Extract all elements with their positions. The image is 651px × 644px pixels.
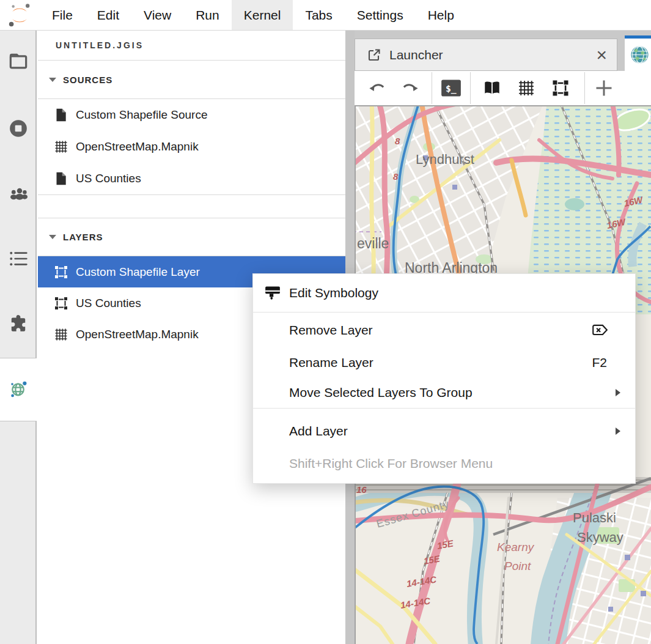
document-title: UNTITLED.JGIS [38, 31, 345, 61]
new-plus-icon[interactable] [595, 79, 613, 97]
main-menubar: File Edit View Run Kernel Tabs Settings … [0, 0, 651, 31]
sources-list: Custom Shapefile Source OpenStreetMap.Ma… [38, 99, 345, 194]
menu-item-edit-symbology[interactable]: Edit Symbology [253, 274, 635, 312]
extensions-puzzle-icon[interactable] [9, 314, 28, 333]
menu-view[interactable]: View [131, 0, 183, 30]
toolbar-separator [584, 72, 585, 104]
running-kernels-icon[interactable] [9, 119, 28, 138]
map-label: Lyndhurst [416, 152, 474, 167]
add-raster-layer-icon[interactable] [517, 79, 535, 97]
map-label: Skyway [577, 530, 623, 545]
menu-item-label: Edit Symbology [289, 286, 378, 300]
jgis-toolbar: $_ [355, 71, 651, 105]
jupytergis-logo-icon [630, 45, 649, 64]
map-label: Pulaski [573, 510, 616, 525]
vector-polygon-icon [54, 296, 68, 311]
jupyterlab-window: File Edit View Run Kernel Tabs Settings … [0, 0, 651, 644]
file-icon [54, 171, 68, 186]
source-item-label: US Counties [76, 172, 141, 185]
toolbar-separator [470, 72, 471, 104]
raster-grid-icon [54, 139, 68, 154]
menu-item-label: Rename Layer [289, 355, 373, 370]
layers-header-label: LAYERS [63, 232, 103, 242]
menu-item-remove-layer[interactable]: Remove Layer [253, 313, 635, 348]
map-label: Kearny [497, 541, 535, 553]
vector-polygon-icon [54, 265, 68, 279]
layer-item-label: Custom Shapefile Layer [76, 265, 200, 279]
layer-item-label: OpenStreetMap.Mapnik [76, 328, 199, 341]
tab-jgis-document[interactable] [625, 35, 651, 71]
symbology-brush-icon [263, 284, 282, 302]
toolbar-separator [432, 72, 432, 104]
menu-kernel[interactable]: Kernel [232, 0, 293, 30]
chevron-down-icon [49, 78, 56, 82]
file-icon [54, 108, 68, 122]
tab-launcher-label: Launcher [389, 48, 443, 62]
section-gap [38, 194, 345, 218]
read-book-icon[interactable] [483, 79, 501, 97]
redo-icon[interactable] [401, 79, 419, 97]
menu-tabs[interactable]: Tabs [293, 0, 344, 30]
menu-item-label: Remove Layer [289, 323, 373, 338]
map-label: eville [357, 235, 389, 251]
submenu-arrow-icon [616, 427, 620, 435]
terminal-icon[interactable]: $_ [441, 78, 462, 98]
map-label: 8 [395, 136, 400, 146]
layer-item-label: US Counties [76, 297, 141, 310]
dock-tabbar: Launcher × [355, 31, 651, 71]
launcher-external-link-icon [366, 47, 382, 63]
menu-settings[interactable]: Settings [345, 0, 416, 30]
menu-item-label: Add Layer [289, 424, 348, 439]
layer-context-menu: Edit Symbology Remove Layer Rename Layer… [252, 273, 636, 484]
sources-section-header[interactable]: SOURCES [38, 61, 345, 99]
menu-item-label: Shift+Right Click For Browser Menu [289, 456, 493, 471]
svg-text:$_: $_ [446, 83, 457, 94]
chevron-down-icon [49, 235, 56, 239]
jupytergis-globe-icon[interactable] [9, 379, 28, 399]
source-item-label: OpenStreetMap.Mapnik [76, 140, 199, 154]
close-icon[interactable]: × [596, 47, 607, 63]
menu-edit[interactable]: Edit [85, 0, 131, 30]
add-vector-layer-icon[interactable] [551, 79, 570, 97]
undo-icon[interactable] [368, 79, 386, 97]
left-sidebar-strip [0, 31, 37, 644]
source-item-label: Custom Shapefile Source [76, 108, 207, 122]
map-label: Point [504, 560, 531, 572]
map-label: 16 [356, 484, 367, 495]
menu-divider [253, 408, 635, 409]
menu-item-browser-menu-hint: Shift+Right Click For Browser Menu [253, 448, 635, 479]
sources-header-label: SOURCES [63, 75, 112, 85]
jupyter-logo-icon [8, 3, 31, 28]
source-item-osm-mapnik[interactable]: OpenStreetMap.Mapnik [38, 131, 345, 163]
users-icon[interactable] [9, 183, 28, 203]
map-label: 8 [393, 171, 399, 182]
menu-item-move-layers-to-group[interactable]: Move Selected Layers To Group [253, 377, 635, 408]
folder-icon[interactable] [9, 51, 28, 71]
submenu-arrow-icon [616, 389, 620, 396]
remove-layer-icon [591, 322, 608, 338]
table-of-contents-icon[interactable] [9, 249, 28, 268]
layers-section-header[interactable]: LAYERS [38, 218, 345, 256]
menu-item-add-layer[interactable]: Add Layer [253, 415, 635, 448]
menu-item-label: Move Selected Layers To Group [289, 385, 473, 400]
menu-item-rename-layer[interactable]: Rename Layer F2 [253, 348, 635, 377]
menu-help[interactable]: Help [416, 0, 466, 30]
shortcut-label: F2 [592, 355, 607, 370]
source-item-custom-shapefile[interactable]: Custom Shapefile Source [38, 99, 345, 131]
menu-run[interactable]: Run [183, 0, 232, 30]
raster-grid-icon [54, 327, 68, 342]
menu-file[interactable]: File [40, 0, 85, 30]
source-item-us-counties[interactable]: US Counties [38, 163, 345, 194]
tab-launcher[interactable]: Launcher × [355, 39, 617, 71]
